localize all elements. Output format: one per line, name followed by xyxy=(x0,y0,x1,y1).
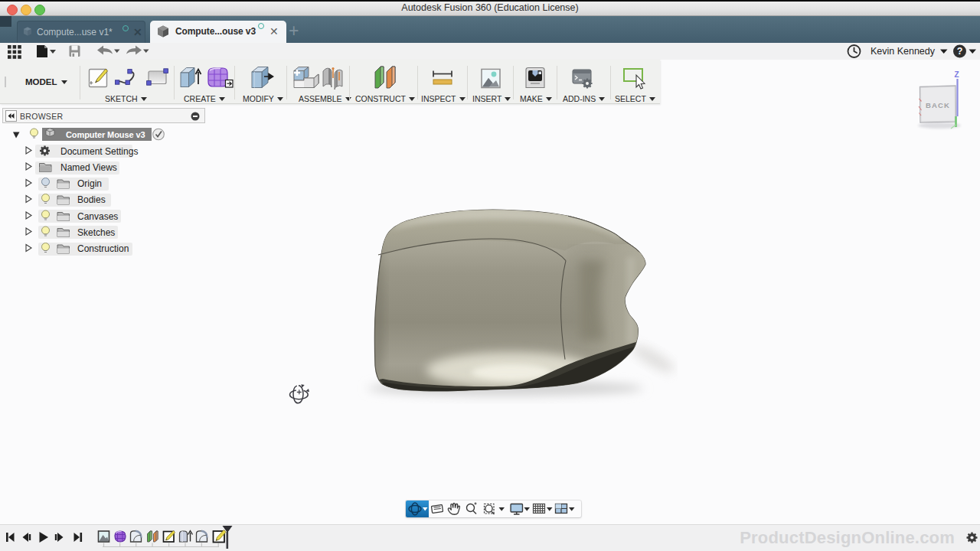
svg-text:BACK: BACK xyxy=(926,101,950,109)
svg-text:Z: Z xyxy=(954,70,959,79)
svg-text:?: ? xyxy=(957,46,963,57)
